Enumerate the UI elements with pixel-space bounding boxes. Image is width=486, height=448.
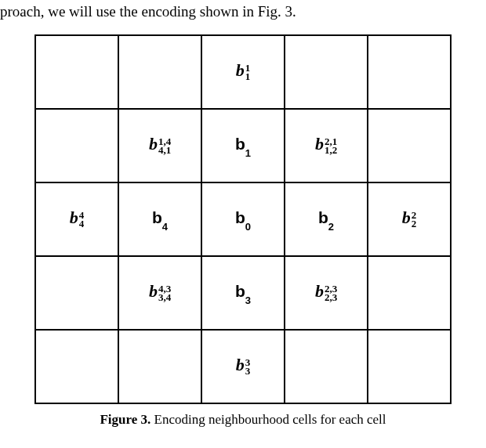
cell-symbol: b44	[70, 209, 85, 229]
grid-cell: b4,33,4	[118, 256, 201, 330]
grid-row: b44b4b0b2b22	[35, 182, 451, 256]
grid-cell	[118, 35, 201, 109]
grid-row: b1,44,1b1b2,11,2	[35, 109, 451, 182]
grid-cell	[285, 35, 368, 109]
grid-cell: b2,32,3	[285, 256, 368, 330]
cell-symbol: b2,11,2	[315, 135, 337, 155]
grid-cell: b2	[285, 182, 368, 256]
grid-cell: b1,44,1	[118, 109, 201, 182]
cell-symbol: b22	[402, 209, 417, 229]
cell-symbol: b2	[318, 209, 334, 229]
cell-symbol: b0	[235, 209, 251, 229]
figure-container: b11b1,44,1b1b2,11,2b44b4b0b2b22b4,33,4b3…	[0, 30, 486, 428]
grid-row: b33	[35, 330, 451, 403]
cell-symbol: b3	[235, 283, 251, 302]
caption-label: Figure 3.	[100, 412, 151, 427]
grid-cell	[35, 330, 118, 403]
cell-symbol: b4	[152, 209, 168, 229]
grid-cell: b11	[201, 35, 285, 109]
grid-cell: b33	[201, 330, 285, 403]
figure-caption: Figure 3. Encoding neighbourhood cells f…	[100, 412, 386, 428]
grid-cell	[368, 330, 451, 403]
grid-cell	[368, 256, 451, 330]
grid-cell	[285, 330, 368, 403]
grid-cell	[35, 256, 118, 330]
intro-line: proach, we will use the encoding shown i…	[0, 0, 486, 30]
cell-symbol: b33	[236, 356, 251, 376]
grid-cell	[368, 35, 451, 109]
grid-cell: b3	[201, 256, 285, 330]
grid-cell: b22	[368, 182, 451, 256]
cell-symbol: b1	[235, 135, 251, 155]
caption-text: Encoding neighbourhood cells for each ce…	[151, 412, 386, 427]
grid-cell	[35, 109, 118, 182]
grid-cell	[35, 35, 118, 109]
grid-row: b11	[35, 35, 451, 109]
grid-cell: b4	[118, 182, 201, 256]
grid-cell: b0	[201, 182, 285, 256]
grid-row: b4,33,4b3b2,32,3	[35, 256, 451, 330]
grid-cell: b2,11,2	[285, 109, 368, 182]
cell-symbol: b2,32,3	[315, 283, 337, 302]
cell-symbol: b4,33,4	[149, 283, 171, 302]
grid-cell: b44	[35, 182, 118, 256]
cell-symbol: b11	[236, 62, 251, 81]
cell-symbol: b1,44,1	[149, 135, 171, 155]
encoding-grid: b11b1,44,1b1b2,11,2b44b4b0b2b22b4,33,4b3…	[34, 34, 452, 404]
grid-cell	[368, 109, 451, 182]
grid-cell: b1	[201, 109, 285, 182]
grid-cell	[118, 330, 201, 403]
